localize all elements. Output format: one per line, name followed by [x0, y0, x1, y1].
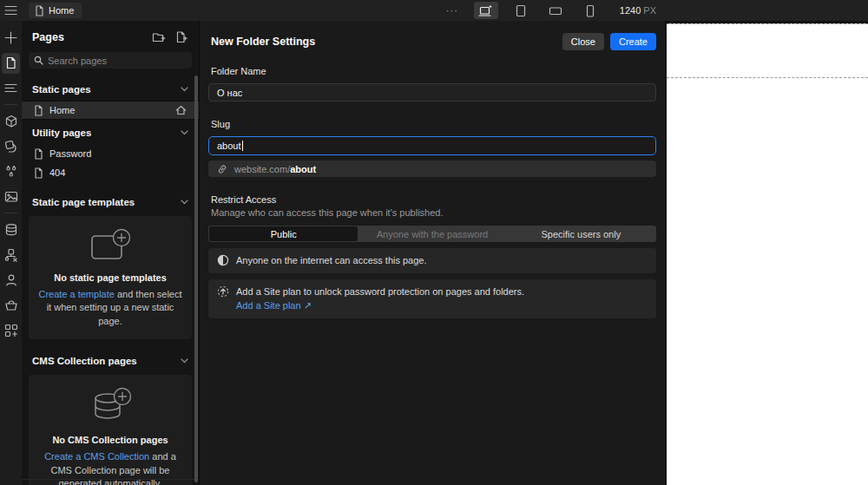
cms-pages-empty-text: Create a CMS Collection and a CMS Collec…	[37, 450, 183, 485]
image-icon	[4, 190, 18, 203]
droplets-icon	[4, 165, 18, 179]
segment-public[interactable]: Public	[209, 226, 358, 241]
cms-pages-empty-card: No CMS Collection pages Create a CMS Col…	[29, 375, 192, 485]
restrict-access-description: Manage who can access this page when it'…	[211, 207, 656, 218]
cms-panel-button[interactable]	[0, 217, 22, 242]
main-menu-button[interactable]	[0, 0, 22, 21]
tablet-icon	[514, 4, 528, 17]
restrict-access-segmented-control: Public Anyone with the password Specific…	[208, 226, 656, 242]
canvas-page-body[interactable]	[667, 23, 868, 485]
users-panel-button[interactable]	[0, 267, 22, 292]
components-panel-button[interactable]	[0, 108, 22, 134]
home-icon	[175, 105, 187, 115]
slug-value: about	[217, 141, 241, 151]
plus-icon	[4, 31, 17, 44]
page-icon	[35, 5, 44, 16]
cms-pages-title: CMS Collection pages	[32, 356, 181, 366]
breakpoint-phone-portrait-button[interactable]	[578, 2, 602, 19]
navigator-icon	[4, 83, 17, 93]
pages-panel-button[interactable]	[2, 53, 20, 74]
static-templates-section-header[interactable]: Static page templates	[22, 189, 199, 213]
cms-pages-section-header[interactable]: CMS Collection pages	[22, 348, 199, 372]
add-elements-button[interactable]	[0, 25, 22, 50]
dialog-title: New Folder Settings	[211, 36, 562, 48]
breakpoint-width-readout: 1240PX	[620, 5, 656, 16]
page-icon	[34, 148, 43, 160]
folder-name-input[interactable]	[208, 83, 656, 102]
open-page-tab-label: Home	[49, 5, 74, 16]
phone-landscape-icon	[549, 4, 562, 17]
webflow-designer: { "topbar": { "tab_label": "Home", "more…	[0, 0, 868, 485]
new-page-button[interactable]	[173, 30, 190, 44]
more-breakpoints-button[interactable]: ···	[441, 2, 464, 19]
assets-panel-button[interactable]	[0, 184, 22, 209]
hamburger-icon	[4, 5, 17, 16]
design-canvas[interactable]	[665, 21, 868, 485]
top-bar: Home ··· 1240PX	[0, 0, 868, 21]
create-template-link[interactable]: Create a template	[38, 289, 114, 299]
chevron-down-icon	[181, 87, 188, 92]
static-templates-title: Static page templates	[32, 197, 181, 207]
page-row-label: 404	[49, 167, 187, 178]
navigator-panel-button[interactable]	[0, 75, 22, 101]
laptop-star-icon	[478, 4, 493, 17]
create-cms-collection-link[interactable]: Create a CMS Collection	[44, 451, 149, 462]
site-plan-upsell-text: Add a Site plan to unlock password prote…	[236, 285, 524, 299]
pages-panel-title: Pages	[32, 31, 145, 43]
segment-specific-users-only[interactable]: Specific users only	[507, 226, 655, 241]
utility-pages-section-header[interactable]: Utility pages	[22, 120, 199, 144]
static-pages-section-header[interactable]: Static pages	[22, 76, 199, 101]
static-templates-empty-title: No static page templates	[37, 272, 183, 283]
breakpoint-phone-landscape-button[interactable]	[543, 2, 568, 19]
site-plan-upsell-box: Add a Site plan to unlock password prote…	[208, 279, 656, 318]
page-row-password[interactable]: Password	[22, 144, 199, 163]
public-access-info-text: Anyone on the internet can access this p…	[236, 253, 427, 268]
breakpoint-desktop-button[interactable]	[474, 2, 498, 19]
link-icon	[217, 164, 227, 174]
cms-plus-icon	[86, 387, 135, 427]
variables-panel-button[interactable]	[0, 159, 22, 184]
swatches-icon	[4, 140, 18, 154]
restrict-access-label: Restrict Access	[211, 194, 656, 205]
folder-name-label: Folder Name	[211, 66, 656, 76]
template-plus-icon	[88, 228, 133, 265]
page-row-home[interactable]: Home	[22, 101, 199, 120]
pages-search[interactable]	[29, 52, 192, 69]
apps-panel-button[interactable]	[0, 318, 22, 343]
apps-icon	[4, 324, 18, 338]
utility-pages-title: Utility pages	[32, 128, 181, 138]
pages-search-input[interactable]	[48, 56, 169, 66]
upgrade-circle-icon	[217, 285, 229, 298]
open-page-tab[interactable]: Home	[29, 3, 82, 18]
external-arrow-icon: ↗	[304, 300, 312, 311]
page-icon	[34, 105, 43, 116]
chevron-down-icon	[181, 200, 188, 205]
close-button[interactable]: Close	[562, 33, 604, 50]
person-icon	[4, 273, 18, 287]
url-text: website.com/about	[234, 164, 316, 174]
new-folder-settings-panel: New Folder Settings Close Create Folder …	[200, 21, 665, 485]
logic-panel-button[interactable]	[0, 242, 22, 267]
breakpoint-tablet-button[interactable]	[509, 2, 533, 19]
slug-input[interactable]: about	[208, 136, 656, 155]
pages-panel-scrollbar[interactable]	[194, 75, 198, 482]
chevron-down-icon	[181, 130, 188, 135]
section-boundary-guide	[667, 77, 868, 78]
page-row-404[interactable]: 404	[22, 163, 199, 182]
static-templates-empty-card: No static page templates Create a templa…	[29, 216, 192, 339]
rail-divider	[4, 213, 17, 213]
page-icon	[5, 56, 16, 69]
create-button[interactable]: Create	[610, 33, 656, 50]
new-folder-button[interactable]	[150, 30, 168, 44]
add-site-plan-link[interactable]: Add a Site plan ↗	[236, 300, 312, 311]
chevron-down-icon	[181, 358, 188, 364]
styles-panel-button[interactable]	[0, 134, 22, 159]
logic-flow-icon	[4, 248, 18, 262]
page-row-label: Home	[49, 105, 169, 115]
segment-anyone-with-password[interactable]: Anyone with the password	[358, 226, 506, 241]
pages-panel: Pages Static pages Home Utility pages	[22, 21, 200, 485]
ecommerce-panel-button[interactable]	[0, 292, 22, 318]
cms-pages-empty-title: No CMS Collection pages	[37, 435, 183, 445]
public-access-info-box: Anyone on the internet can access this p…	[208, 248, 656, 273]
cube-icon	[4, 115, 18, 128]
